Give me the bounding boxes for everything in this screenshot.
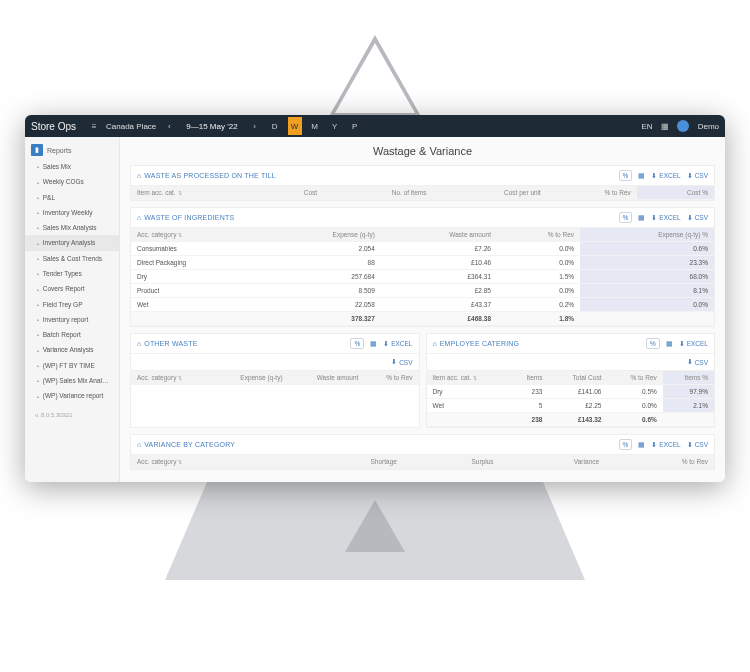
col[interactable]: Cost per unit <box>432 186 546 200</box>
till-table: Item acc. cat.⇅ Cost No. of items Cost p… <box>131 186 714 200</box>
col[interactable]: Expense (q-ty) % <box>580 228 714 242</box>
sidebar: ▮ Reports Sales Mix Weekly COGs P&L Inve… <box>25 137 120 482</box>
grid-icon[interactable]: ▦ <box>638 441 645 449</box>
period-y[interactable]: Y <box>328 117 342 135</box>
export-csv[interactable]: ⬇ CSV <box>687 441 708 449</box>
col[interactable]: Item acc. cat.⇅ <box>131 186 264 200</box>
sidebar-item[interactable]: Sales Mix <box>25 159 119 174</box>
sidebar-item[interactable]: (WP) Sales Mix Analysis <box>25 373 119 388</box>
panel-till: ⌂ WASTE AS PROCESSED ON THE TILL % ▦ ⬇ E… <box>130 165 715 201</box>
home-icon[interactable]: ⌂ <box>137 214 141 221</box>
col[interactable]: Total Cost <box>548 371 607 385</box>
brand-title: Store Ops <box>31 121 76 132</box>
export-csv[interactable]: ⬇CSV <box>687 358 708 366</box>
col[interactable]: Waste amount <box>289 371 365 385</box>
sort-icon[interactable]: ⇅ <box>178 190 182 196</box>
col[interactable]: % to Rev <box>497 228 580 242</box>
percent-toggle[interactable]: % <box>619 212 633 223</box>
sidebar-item[interactable]: Sales Mix Analysis <box>25 220 119 235</box>
col[interactable]: Item acc. cat.⇅ <box>427 371 509 385</box>
col[interactable]: No. of items <box>323 186 432 200</box>
percent-toggle[interactable]: % <box>619 439 633 450</box>
period-w[interactable]: W <box>288 117 302 135</box>
export-excel[interactable]: ⬇EXCEL <box>679 340 708 348</box>
app-header: Store Ops ≡ Canada Place ‹ 9—15 May '22 … <box>25 115 725 137</box>
sidebar-item[interactable]: Inventory report <box>25 312 119 327</box>
panel-title: VARIANCE BY CATEGORY <box>144 441 235 448</box>
sort-icon[interactable]: ⇅ <box>178 375 182 381</box>
date-range[interactable]: 9—15 May '22 <box>182 122 241 131</box>
export-excel[interactable]: ⬇ EXCEL <box>651 441 680 449</box>
sidebar-item[interactable]: Variance Analysis <box>25 342 119 357</box>
export-excel[interactable]: ⬇EXCEL <box>383 340 412 348</box>
table-row: Direct Packaging88£10.460.0%23.3% <box>131 256 714 270</box>
export-csv[interactable]: ⬇ CSV <box>687 172 708 180</box>
period-p[interactable]: P <box>348 117 362 135</box>
sidebar-item[interactable]: Tender Types <box>25 266 119 281</box>
next-period-button[interactable]: › <box>248 119 262 133</box>
percent-toggle[interactable]: % <box>350 338 364 349</box>
period-m[interactable]: M <box>308 117 322 135</box>
col[interactable]: % to Rev <box>607 371 662 385</box>
grid-icon[interactable]: ▦ <box>666 340 673 348</box>
sidebar-heading-label: Reports <box>47 147 72 154</box>
col[interactable]: Acc. category⇅ <box>131 371 212 385</box>
export-csv[interactable]: ⬇CSV <box>391 358 412 366</box>
col[interactable]: Waste amount <box>381 228 497 242</box>
export-excel[interactable]: ⬇ EXCEL <box>651 214 680 222</box>
home-icon[interactable]: ⌂ <box>137 441 141 448</box>
location-selector[interactable]: Canada Place <box>106 122 156 131</box>
col[interactable]: % to Rev <box>364 371 418 385</box>
grid-icon[interactable]: ▦ <box>638 172 645 180</box>
sidebar-item[interactable]: P&L <box>25 190 119 205</box>
grid-icon[interactable]: ▦ <box>370 340 377 348</box>
col[interactable]: Items <box>508 371 548 385</box>
home-icon[interactable]: ⌂ <box>137 340 141 347</box>
col[interactable]: Cost <box>264 186 323 200</box>
col[interactable]: % to Rev <box>605 455 714 469</box>
language-selector[interactable]: EN <box>642 122 653 131</box>
col[interactable]: Shortage <box>294 455 403 469</box>
sidebar-item[interactable]: Batch Report <box>25 327 119 342</box>
sidebar-item[interactable]: Weekly COGs <box>25 174 119 189</box>
sidebar-item[interactable]: Field Trey GP <box>25 297 119 312</box>
col[interactable]: Items % <box>663 371 714 385</box>
bg-triangle-outline <box>327 35 423 120</box>
col[interactable]: Expense (q-ty) <box>263 228 380 242</box>
prev-period-button[interactable]: ‹ <box>162 119 176 133</box>
sidebar-item[interactable]: Inventory Weekly <box>25 205 119 220</box>
col[interactable]: Cost % <box>637 186 714 200</box>
home-icon[interactable]: ⌂ <box>433 340 437 347</box>
table-row: Consumables2.054£7.260.0%0.6% <box>131 242 714 256</box>
col[interactable]: % to Rev <box>547 186 637 200</box>
export-excel[interactable]: ⬇ EXCEL <box>651 172 680 180</box>
user-name[interactable]: Demo <box>698 122 719 131</box>
sort-icon[interactable]: ⇅ <box>473 375 477 381</box>
col[interactable]: Acc. category⇅ <box>131 455 294 469</box>
apps-icon[interactable]: ▦ <box>659 120 671 132</box>
col[interactable]: Surplus <box>403 455 500 469</box>
percent-toggle[interactable]: % <box>646 338 660 349</box>
percent-toggle[interactable]: % <box>619 170 633 181</box>
col[interactable]: Variance <box>500 455 606 469</box>
grid-icon[interactable]: ▦ <box>638 214 645 222</box>
col[interactable]: Expense (q-ty) <box>212 371 289 385</box>
sidebar-item[interactable]: Sales & Cost Trends <box>25 251 119 266</box>
sidebar-item[interactable]: (WP) Variance report <box>25 388 119 403</box>
avatar[interactable] <box>677 120 689 132</box>
panel-title: WASTE AS PROCESSED ON THE TILL <box>144 172 276 179</box>
home-icon[interactable]: ⌂ <box>137 172 141 179</box>
main-content: Wastage & Variance ⌂ WASTE AS PROCESSED … <box>120 137 725 482</box>
sidebar-item[interactable]: Inventory Analysis <box>25 235 119 250</box>
menu-icon[interactable]: ≡ <box>88 120 100 132</box>
sidebar-item[interactable]: (WP) FT BY TIME <box>25 358 119 373</box>
col[interactable]: Acc. category⇅ <box>131 228 263 242</box>
sort-icon[interactable]: ⇅ <box>178 459 182 465</box>
sidebar-item[interactable]: Covers Report <box>25 281 119 296</box>
panel-ingredients: ⌂ WASTE OF INGREDIENTS % ▦ ⬇ EXCEL ⬇ CSV… <box>130 207 715 327</box>
period-d[interactable]: D <box>268 117 282 135</box>
panel-variance: ⌂ VARIANCE BY CATEGORY % ▦ ⬇ EXCEL ⬇ CSV… <box>130 434 715 470</box>
sort-icon[interactable]: ⇅ <box>178 232 182 238</box>
table-row: Product8.509£2.850.0%8.1% <box>131 284 714 298</box>
export-csv[interactable]: ⬇ CSV <box>687 214 708 222</box>
